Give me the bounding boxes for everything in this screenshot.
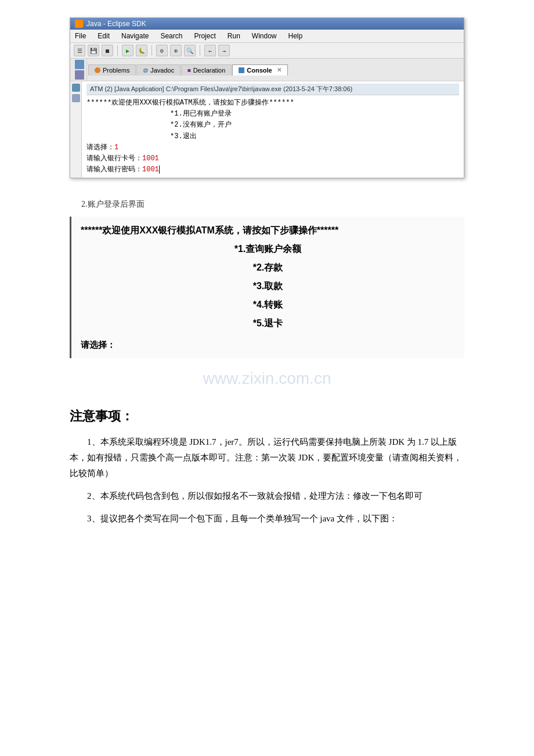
eclipse-title: Java - Eclipse SDK (86, 20, 146, 28)
eclipse-window: Java - Eclipse SDK File Edit Navigate Se… (70, 17, 464, 178)
console-input-1: 1 (114, 143, 118, 152)
menu-help[interactable]: Help (286, 31, 305, 41)
tab-console-label: Console (247, 67, 272, 74)
eclipse-side-panel (70, 81, 82, 178)
menu-search[interactable]: Search (158, 31, 185, 41)
atm-box: ******欢迎使用XXX银行模拟ATM系统，请按如下步骤操作****** *1… (70, 217, 464, 358)
menu-navigate[interactable]: Navigate (119, 31, 151, 41)
tab-console[interactable]: Console ✕ (232, 64, 287, 75)
console-input-3: 1001 (142, 165, 159, 174)
menu-edit[interactable]: Edit (95, 31, 112, 41)
atm-menu-item-5: *5.退卡 (81, 314, 455, 333)
console-input-2: 1001 (142, 154, 159, 163)
side-icon-2[interactable] (75, 70, 84, 80)
toolbar-save-btn[interactable]: 💾 (88, 45, 99, 56)
menu-file[interactable]: File (73, 31, 88, 41)
atm-menu-item-4: *4.转账 (81, 296, 455, 314)
eclipse-tabs: Problems @ Javadoc ◙ Declaration Console… (88, 64, 461, 75)
console-cursor (159, 165, 164, 174)
eclipse-content: ATM (2) [Java Application] C:\Program Fi… (70, 81, 464, 178)
eclipse-toolbar: ☰ 💾 ■ ▶ 🐛 ⚙ ⊕ 🔍 ← → (70, 43, 464, 59)
side-panel-icon-1[interactable] (72, 84, 80, 92)
javadoc-icon: @ (143, 67, 148, 73)
console-line-6: 请输入银行卡号：1001 (86, 153, 459, 164)
menu-window[interactable]: Window (250, 31, 279, 41)
tab-declaration-label: Declaration (193, 67, 226, 74)
menu-project[interactable]: Project (192, 31, 218, 41)
console-line-5: 请选择：1 (86, 142, 459, 153)
choose-line: 请选择： (81, 336, 455, 354)
console-area: ATM (2) [Java Application] C:\Program Fi… (82, 81, 464, 178)
tab-problems[interactable]: Problems (88, 64, 136, 75)
tab-declaration[interactable]: ◙ Declaration (181, 64, 232, 75)
console-icon (239, 67, 244, 73)
tab-javadoc[interactable]: @ Javadoc (136, 64, 181, 75)
toolbar-misc4[interactable]: ← (204, 45, 216, 56)
toolbar-debug-btn[interactable]: 🐛 (136, 45, 147, 56)
toolbar-new-btn[interactable]: ☰ (74, 45, 85, 56)
atm-menu-item-1: *1.查询账户余额 (81, 240, 455, 258)
console-line-2: *1.用已有账户登录 (86, 109, 459, 120)
note-text-1: 1、本系统采取编程环境是 JDK1.7，jer7。所以，运行代码需要保持电脑上所… (70, 437, 462, 478)
atm-menu-item-2: *2.存款 (81, 258, 455, 277)
tab-problems-label: Problems (103, 67, 129, 74)
eclipse-titlebar: Java - Eclipse SDK (70, 18, 464, 30)
toolbar-sep-2 (151, 45, 152, 56)
toolbar-misc1[interactable]: ⚙ (156, 45, 168, 56)
note-text-3: 3、提议把各个类写在同一个包下面，且每一个类单独写一个 java 文件，以下图： (87, 514, 398, 523)
console-line-7: 请输入银行密码：1001 (86, 164, 459, 175)
eclipse-tabs-area: Problems @ Javadoc ◙ Declaration Console… (70, 59, 464, 81)
watermark: www.zixin.com.cn (70, 364, 464, 393)
console-line-3: *2.没有账户，开户 (86, 120, 459, 131)
menu-run[interactable]: Run (225, 31, 243, 41)
notes-title: 注意事项： (70, 405, 464, 428)
console-header: ATM (2) [Java Application] C:\Program Fi… (86, 84, 459, 95)
side-icons (73, 59, 87, 81)
eclipse-menubar: File Edit Navigate Search Project Run Wi… (70, 30, 464, 43)
console-close-icon[interactable]: ✕ (277, 67, 282, 73)
note-para-3: 3、提议把各个类写在同一个包下面，且每一个类单独写一个 java 文件，以下图： (70, 511, 464, 527)
console-line-4: *3.退出 (86, 131, 459, 142)
note-para-2: 2、本系统代码包含到包，所以假如报名不一致就会报错，处理方法：修改一下包名即可 (70, 488, 464, 504)
declaration-icon: ◙ (187, 67, 190, 73)
notes-title-text: 注意事项： (70, 409, 134, 423)
toolbar-misc5[interactable]: → (218, 45, 230, 56)
console-line-1: ******欢迎使用XXX银行模拟ATM系统，请按如下步骤操作****** (86, 98, 459, 109)
toolbar-misc2[interactable]: ⊕ (170, 45, 182, 56)
tab-javadoc-label: Javadoc (150, 67, 174, 74)
atm-box-title: ******欢迎使用XXX银行模拟ATM系统，请按如下步骤操作****** (81, 225, 338, 235)
side-panel-icon-2[interactable] (72, 94, 80, 102)
doc-content: 2.账户登录后界面 ******欢迎使用XXX银行模拟ATM系统，请按如下步骤操… (70, 184, 464, 539)
eclipse-icon (75, 20, 83, 28)
side-icon-1[interactable] (75, 60, 84, 69)
toolbar-run-btn[interactable]: ▶ (122, 45, 134, 56)
atm-menu-item-3: *3.取款 (81, 277, 455, 296)
doc-subtitle: 2.账户登录后界面 (81, 197, 464, 211)
problems-icon (95, 67, 100, 73)
toolbar-sep-1 (117, 45, 118, 56)
toolbar-sep-3 (200, 45, 200, 56)
note-para-1: 1、本系统采取编程环境是 JDK1.7，jer7。所以，运行代码需要保持电脑上所… (70, 434, 464, 481)
toolbar-save-all-btn[interactable]: ■ (102, 45, 113, 56)
note-text-2: 2、本系统代码包含到包，所以假如报名不一致就会报错，处理方法：修改一下包名即可 (87, 491, 423, 501)
toolbar-misc3[interactable]: 🔍 (184, 45, 196, 56)
